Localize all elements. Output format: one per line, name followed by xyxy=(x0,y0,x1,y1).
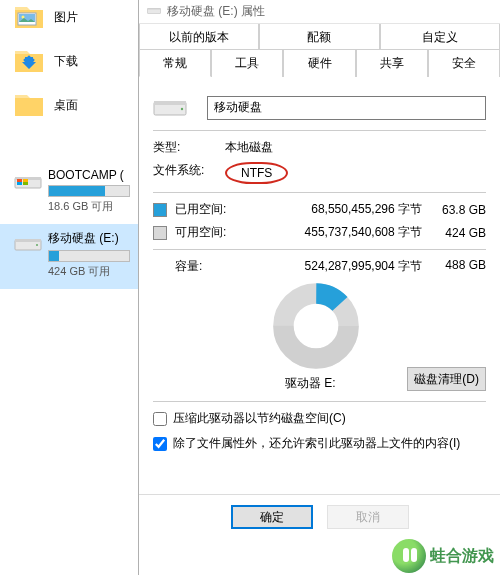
watermark-text: 蛙合游戏 xyxy=(430,546,494,567)
drive-name-input[interactable] xyxy=(207,96,486,120)
capacity-label: 容量: xyxy=(175,258,237,275)
ok-button[interactable]: 确定 xyxy=(231,505,313,529)
used-label: 已用空间: xyxy=(175,201,237,218)
free-bytes: 455,737,540,608 字节 xyxy=(237,224,428,241)
type-label: 类型: xyxy=(153,139,225,156)
tab-customize[interactable]: 自定义 xyxy=(380,24,500,50)
tab-quota[interactable]: 配额 xyxy=(259,24,379,50)
free-swatch xyxy=(153,226,167,240)
dialog-buttons: 确定 取消 xyxy=(139,494,500,529)
svg-rect-6 xyxy=(23,182,28,185)
cancel-button[interactable]: 取消 xyxy=(327,505,409,529)
svg-rect-13 xyxy=(148,8,161,10)
tab-strip: 以前的版本 配额 自定义 常规 工具 硬件 共享 安全 xyxy=(139,24,500,77)
drive-small-icon xyxy=(147,4,161,19)
drive-icon xyxy=(14,234,42,252)
dialog-titlebar: 移动硬盘 (E:) 属性 xyxy=(139,0,500,24)
compress-checkbox-row[interactable]: 压缩此驱动器以节约磁盘空间(C) xyxy=(153,410,486,427)
explorer-sidebar: 图片 下载 桌面 BOOTCAMP ( 18.6 GB 可用 移动硬盘 (E:)… xyxy=(0,0,138,400)
compress-label: 压缩此驱动器以节约磁盘空间(C) xyxy=(173,410,346,427)
svg-rect-15 xyxy=(154,101,186,105)
sidebar-item-downloads[interactable]: 下载 xyxy=(0,44,138,88)
pictures-folder-icon xyxy=(14,4,44,30)
free-gb: 424 GB xyxy=(428,226,486,240)
sidebar-item-label: 下载 xyxy=(54,53,78,70)
index-checkbox[interactable] xyxy=(153,437,167,451)
sidebar-item-desktop[interactable]: 桌面 xyxy=(0,88,138,132)
capacity-gb: 488 GB xyxy=(428,258,486,275)
svg-point-16 xyxy=(181,108,183,110)
tab-sharing[interactable]: 共享 xyxy=(356,49,428,77)
sidebar-item-label: 图片 xyxy=(54,9,78,26)
free-label: 可用空间: xyxy=(175,224,237,241)
sidebar-drive-removable[interactable]: 移动硬盘 (E:) 424 GB 可用 xyxy=(0,224,138,289)
tab-content-general: 类型: 本地磁盘 文件系统: NTFS 已用空间: 68,550,455,296… xyxy=(139,77,500,452)
sidebar-item-label: 桌面 xyxy=(54,97,78,114)
tab-tools[interactable]: 工具 xyxy=(211,49,283,77)
drive-icon xyxy=(14,172,42,190)
drive-usage-bar xyxy=(48,185,130,197)
drive-name: BOOTCAMP ( xyxy=(48,168,132,182)
svg-rect-10 xyxy=(15,239,41,242)
usage-pie-chart xyxy=(273,283,359,369)
tab-security[interactable]: 安全 xyxy=(428,49,500,77)
drive-name: 移动硬盘 (E:) xyxy=(48,230,132,247)
tab-previous-versions[interactable]: 以前的版本 xyxy=(139,24,259,50)
disk-cleanup-button[interactable]: 磁盘清理(D) xyxy=(407,367,486,391)
properties-dialog: 移动硬盘 (E:) 属性 以前的版本 配额 自定义 常规 工具 硬件 共享 安全… xyxy=(138,0,500,575)
capacity-bytes: 524,287,995,904 字节 xyxy=(237,258,428,275)
drive-letter-label: 驱动器 E: xyxy=(285,375,336,392)
dialog-title: 移动硬盘 (E:) 属性 xyxy=(167,3,265,20)
drive-icon xyxy=(153,95,207,120)
index-label: 除了文件属性外，还允许索引此驱动器上文件的内容(I) xyxy=(173,435,460,452)
tab-hardware[interactable]: 硬件 xyxy=(283,49,355,77)
drive-usage-bar xyxy=(48,250,130,262)
drive-subtext: 424 GB 可用 xyxy=(48,264,132,279)
watermark-logo-icon xyxy=(392,539,426,573)
used-bytes: 68,550,455,296 字节 xyxy=(237,201,428,218)
drive-subtext: 18.6 GB 可用 xyxy=(48,199,132,214)
desktop-folder-icon xyxy=(14,92,44,118)
svg-rect-8 xyxy=(23,179,28,182)
tab-general[interactable]: 常规 xyxy=(139,49,211,77)
watermark: 蛙合游戏 xyxy=(392,539,494,573)
used-swatch xyxy=(153,203,167,217)
sidebar-drive-bootcamp[interactable]: BOOTCAMP ( 18.6 GB 可用 xyxy=(0,162,138,224)
filesystem-value: NTFS xyxy=(225,162,288,184)
used-gb: 63.8 GB xyxy=(428,203,486,217)
svg-rect-5 xyxy=(17,182,22,185)
sidebar-item-pictures[interactable]: 图片 xyxy=(0,0,138,44)
compress-checkbox[interactable] xyxy=(153,412,167,426)
downloads-folder-icon xyxy=(14,48,44,74)
type-value: 本地磁盘 xyxy=(225,139,273,156)
index-checkbox-row[interactable]: 除了文件属性外，还允许索引此驱动器上文件的内容(I) xyxy=(153,435,486,452)
svg-point-11 xyxy=(36,244,38,246)
filesystem-label: 文件系统: xyxy=(153,162,225,184)
svg-rect-7 xyxy=(17,179,22,182)
